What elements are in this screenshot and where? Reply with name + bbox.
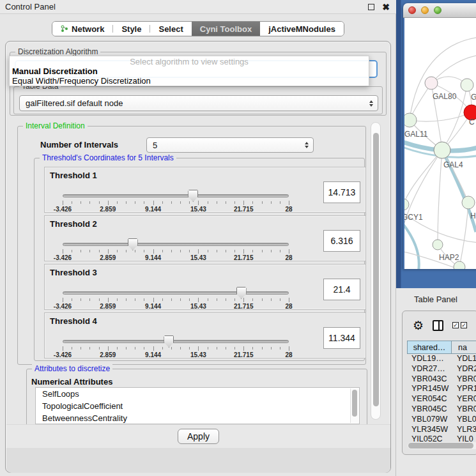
slider-track[interactable]: [63, 243, 289, 246]
tick-mark: [117, 347, 118, 349]
dropdown-option-equal-width[interactable]: Equal Width/Frequency Discretization: [10, 75, 369, 85]
close-traffic-light-icon[interactable]: [408, 6, 416, 14]
tick-mark: [99, 298, 100, 301]
tick-mark: [72, 201, 72, 204]
number-of-intervals-value: 5: [153, 141, 157, 150]
tick-mark: [99, 347, 100, 349]
gear-icon[interactable]: ⚙: [413, 319, 424, 332]
network-node-top-right[interactable]: [461, 79, 473, 91]
tick-label: -3.426: [54, 254, 72, 261]
column-header-name[interactable]: na: [452, 341, 476, 354]
network-node-hap2[interactable]: [433, 240, 443, 250]
threshold-slider-4[interactable]: -3.4262.8599.14415.4321.71528: [63, 335, 289, 359]
panel-scrollbar-thumb[interactable]: [373, 133, 379, 406]
tab-label: Network: [72, 24, 104, 34]
network-edge[interactable]: [410, 112, 472, 121]
checkbox-icon[interactable]: ✓: [461, 322, 467, 328]
list-item[interactable]: SelfLoops: [36, 388, 359, 400]
table-panel-title: Table Panel: [414, 295, 457, 304]
tick-mark: [208, 250, 208, 252]
table-data-combobox[interactable]: galFiltered.sif default node: [19, 95, 378, 111]
tick-mark: [180, 298, 181, 301]
table-row[interactable]: YBR043CYBR0: [407, 374, 476, 385]
table-row[interactable]: YDR27…YDR2: [407, 364, 476, 374]
tick-mark: [234, 347, 235, 349]
threshold-value-field[interactable]: 6.316: [323, 230, 360, 252]
list-scrollbar-thumb[interactable]: [352, 390, 357, 417]
tick-mark: [180, 201, 181, 204]
minimize-traffic-light-icon[interactable]: [421, 6, 429, 14]
tick-mark: [63, 249, 63, 254]
number-of-intervals-label: Number of Intervals: [40, 140, 118, 150]
tab-network[interactable]: Network: [52, 22, 112, 36]
table-row[interactable]: YBR045CYBR0: [407, 404, 476, 415]
tick-mark: [271, 347, 272, 349]
column-header-shared[interactable]: shared…: [407, 341, 452, 354]
list-item[interactable]: TopologicalCoefficient: [36, 400, 359, 412]
threshold-label: Threshold 2: [50, 219, 97, 229]
network-graph: GAL80GACGAL11GAL4GCY1HHAP2: [404, 18, 476, 269]
threshold-value-field[interactable]: 21.4: [323, 279, 360, 300]
numerical-attributes-list[interactable]: SelfLoopsTopologicalCoefficientBetweenne…: [35, 387, 360, 424]
network-node-gal11[interactable]: [404, 113, 417, 127]
tab-style[interactable]: Style: [113, 22, 150, 36]
apply-button[interactable]: Apply: [178, 429, 219, 444]
tab-label: Cyni Toolbox: [200, 24, 252, 34]
tab-select[interactable]: Select: [150, 22, 191, 36]
dropdown-option-manual[interactable]: Manual Discretization: [10, 66, 369, 75]
list-item[interactable]: BetweennessCentrality: [36, 412, 359, 424]
network-node-bottom-node[interactable]: [454, 261, 465, 269]
network-node-gal4[interactable]: [434, 142, 450, 158]
tick-label: 21.715: [234, 254, 254, 261]
split-columns-icon[interactable]: [433, 320, 443, 331]
slider-track[interactable]: [63, 194, 289, 197]
network-canvas[interactable]: GAL80GACGAL11GAL4GCY1HHAP2: [404, 18, 476, 269]
tick-mark: [252, 201, 253, 204]
table-hscrollbar-thumb[interactable]: [408, 443, 473, 449]
tick-mark: [289, 249, 289, 254]
threshold-panel-2: Threshold 2-3.4262.8599.14415.4321.71528…: [44, 215, 366, 261]
close-icon[interactable]: ✖: [382, 4, 390, 10]
threshold-value-field[interactable]: 11.344: [323, 327, 360, 349]
threshold-value-field[interactable]: 14.713: [323, 181, 360, 203]
zoom-traffic-light-icon[interactable]: [434, 6, 441, 14]
tick-mark: [89, 201, 90, 204]
network-window-titlebar[interactable]: [403, 3, 476, 18]
network-edge[interactable]: [438, 150, 442, 245]
tick-label: 28: [285, 351, 292, 358]
tick-label: 21.715: [234, 351, 254, 358]
tick-label: -3.426: [54, 206, 72, 213]
table-row[interactable]: YPR145WYPR1: [407, 384, 476, 394]
table-cell: YDL1: [452, 354, 476, 364]
tab-jactivemnodules[interactable]: jActiveMNodules: [260, 22, 344, 36]
tab-cyni-toolbox[interactable]: Cyni Toolbox: [192, 22, 260, 36]
panel-scrollbar[interactable]: [371, 122, 381, 420]
network-edge[interactable]: [404, 150, 442, 238]
network-node-gcy1[interactable]: [404, 199, 409, 210]
table-row[interactable]: YLR345WYLR3: [407, 425, 476, 435]
threshold-slider-2[interactable]: -3.4262.8599.14415.4321.71528: [63, 238, 289, 262]
network-node-h-node[interactable]: [462, 196, 475, 209]
float-panel-icon[interactable]: [368, 4, 374, 10]
network-edge[interactable]: [459, 203, 468, 267]
table-cell: YBR0: [452, 404, 476, 415]
threshold-slider-3[interactable]: -3.4262.8599.14415.4321.71528: [63, 286, 289, 311]
number-of-intervals-combobox[interactable]: 5: [146, 137, 314, 153]
slider-track[interactable]: [63, 291, 289, 295]
checkbox-icon[interactable]: ✓: [452, 322, 459, 328]
network-edge[interactable]: [404, 221, 419, 269]
threshold-slider-1[interactable]: -3.4262.8599.14415.4321.71528: [63, 189, 289, 213]
table-row[interactable]: YER054CYER0: [407, 394, 476, 404]
network-node-label: GAL80: [433, 92, 457, 101]
list-scrollbar[interactable]: [350, 388, 358, 423]
table-row[interactable]: YDL19…YDL1: [407, 354, 476, 364]
tick-label: 9.144: [145, 206, 161, 213]
tick-mark: [243, 249, 244, 254]
slider-ticks: [63, 200, 289, 206]
table-row[interactable]: YBL079WYBL0: [407, 415, 476, 425]
tick-mark: [217, 201, 217, 204]
table-hscrollbar[interactable]: [408, 442, 476, 449]
slider-track[interactable]: [63, 340, 289, 343]
tick-mark: [144, 347, 144, 349]
network-node-gal80[interactable]: [425, 77, 438, 89]
